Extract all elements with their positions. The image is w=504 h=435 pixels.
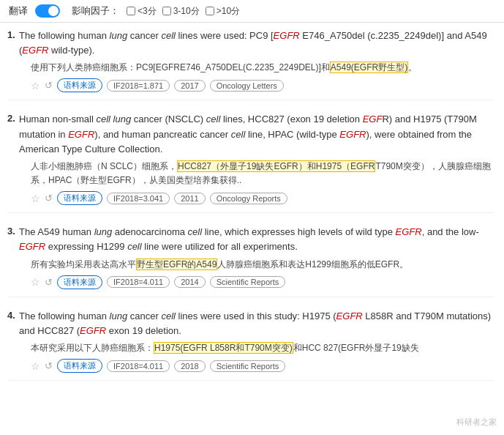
filter-3to10-label: 3-10分 [173,5,200,18]
result-en-4: The following human lung cancer cell lin… [19,311,491,336]
result-cn-4: 本研究采用以下人肺癌细胞系：H1975(EGFR L858R和T790M突变)和… [31,341,494,355]
if-tag-1: IF2018=1.871 [107,80,170,92]
refresh-icon-2[interactable]: ↺ [45,193,53,204]
source-tag-1[interactable]: 语料来源 [57,78,102,92]
refresh-icon-1[interactable]: ↺ [45,80,53,91]
result-item-4: 4. The following human lung cancer cell … [7,309,494,381]
cn-highlight-4: H1975(EGFR L858R和T790M突变) [154,342,293,354]
result-number-3: 3. [7,225,19,237]
year-tag-1: 2017 [174,80,205,92]
filter-3to10[interactable]: 3-10分 [162,5,200,18]
result-meta-3: ☆ ↺ 语料来源 IF2018=4.011 2014 Scientific Re… [31,275,494,289]
result-en-3: The A549 human lung adenocarcinoma cell … [19,226,479,252]
source-tag-3[interactable]: 语料来源 [57,275,102,289]
result-meta-4: ☆ ↺ 语料来源 IF2018=4.011 2018 Scientific Re… [31,359,494,373]
result-meta-1: ☆ ↺ 语料来源 IF2018=1.871 2017 Oncology Lett… [31,78,494,92]
translate-toggle[interactable] [35,4,60,18]
year-tag-2: 2011 [174,193,205,204]
results-container: 1. The following human lung cancer cell … [0,23,504,398]
result-en-1: The following human lung cancer cell lin… [19,30,487,56]
star-icon-2[interactable]: ☆ [31,193,40,204]
refresh-icon-3[interactable]: ↺ [45,277,53,288]
translate-label: 翻译 [9,4,28,18]
result-meta-2: ☆ ↺ 语料来源 IF2018=3.041 2011 Oncology Repo… [31,191,494,205]
filter-gt10-label: >10分 [217,5,240,18]
result-cn-1: 使用下列人类肺癌细胞系：PC9[EGFRE746_A750DEL(C.2235_… [31,61,494,75]
cn-highlight-2: HCC827（外显子19缺失EGFR）和H1975（EGFR [177,160,375,172]
watermark: 科研者之家 [456,417,497,428]
result-item-2: 2. Human non-small cell lung cancer (NSC… [7,112,494,213]
if-tag-4: IF2018=4.011 [107,360,170,372]
year-tag-4: 2018 [174,360,205,372]
cn-highlight-1: A549(EGFR野生型) [330,62,408,73]
star-icon-3[interactable]: ☆ [31,276,40,288]
source-tag-2[interactable]: 语料来源 [57,191,102,205]
top-bar: 翻译 影响因子： <3分 3-10分 >10分 [0,0,504,23]
result-content-1: The following human lung cancer cell lin… [19,29,494,92]
result-cn-3: 所有实验均采用表达高水平野生型EGFR的A549人肺腺癌细胞系和表达H1299细… [31,258,494,272]
result-number-2: 2. [7,112,19,124]
star-icon-4[interactable]: ☆ [31,360,40,372]
result-number-1: 1. [7,29,19,40]
impact-label: 影响因子： [72,4,119,18]
journal-tag-3: Scientific Reports [210,276,286,288]
filter-lt3-label: <3分 [138,5,157,18]
refresh-icon-4[interactable]: ↺ [45,360,53,371]
result-en-2: Human non-small cell lung cancer (NSCLC)… [19,114,477,154]
result-cn-2: 人非小细胞肺癌（N SCLC）细胞系，HCC827（外显子19缺失EGFR）和H… [31,160,494,187]
filter-lt3-checkbox[interactable] [127,7,135,15]
filter-gt10-checkbox[interactable] [206,7,214,15]
year-tag-3: 2014 [174,276,205,288]
cn-highlight-3: 野生型EGFR的A549 [136,259,217,270]
journal-tag-4: Scientific Reports [210,360,286,372]
filter-3to10-checkbox[interactable] [162,7,171,15]
result-number-4: 4. [7,309,19,321]
journal-tag-1: Oncology Letters [210,80,284,92]
result-content-3: The A549 human lung adenocarcinoma cell … [19,225,494,289]
toggle-knob [48,6,59,16]
journal-tag-2: Oncology Reports [210,193,287,204]
star-icon-1[interactable]: ☆ [31,80,40,92]
result-content-2: Human non-small cell lung cancer (NSCLC)… [19,112,494,205]
result-item-1: 1. The following human lung cancer cell … [7,29,494,100]
result-content-4: The following human lung cancer cell lin… [19,309,494,373]
impact-filters: <3分 3-10分 >10分 [127,5,240,18]
if-tag-3: IF2018=4.011 [107,276,170,288]
filter-gt10[interactable]: >10分 [206,5,240,18]
if-tag-2: IF2018=3.041 [107,193,170,204]
filter-lt3[interactable]: <3分 [127,5,157,18]
result-item-3: 3. The A549 human lung adenocarcinoma ce… [7,225,494,297]
source-tag-4[interactable]: 语料来源 [57,359,102,373]
